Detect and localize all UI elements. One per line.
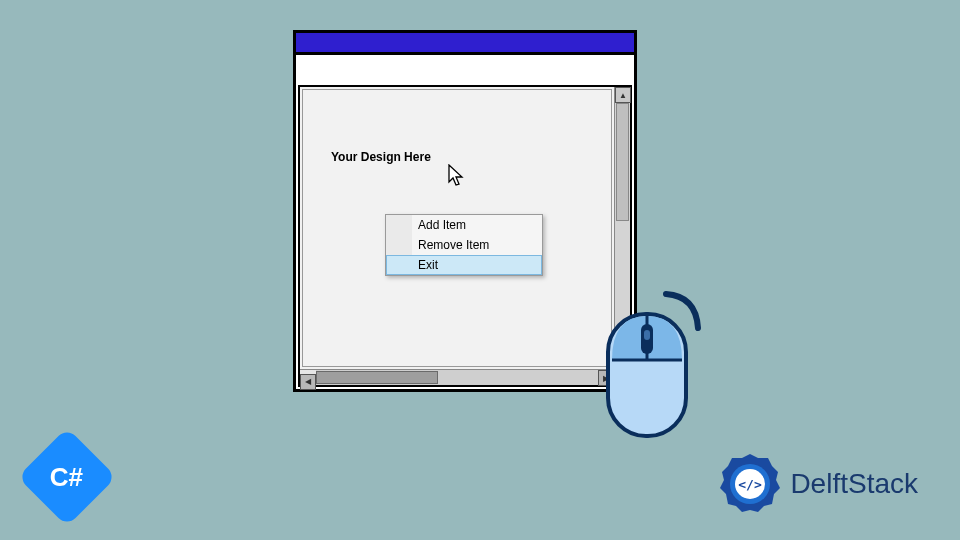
designer-window: Your Design Here Add Item Remove Item Ex… xyxy=(293,30,637,392)
scroll-up-button[interactable]: ▲ xyxy=(615,87,631,103)
menu-item-label: Exit xyxy=(418,258,438,272)
menu-item-label: Add Item xyxy=(418,218,466,232)
design-canvas[interactable]: Your Design Here Add Item Remove Item Ex… xyxy=(302,89,612,367)
menu-item-label: Remove Item xyxy=(418,238,489,252)
gear-icon: </> xyxy=(718,452,782,516)
svg-text:</>: </> xyxy=(739,477,763,492)
menubar xyxy=(296,55,634,83)
horizontal-scrollbar[interactable]: ◀ ▶ xyxy=(300,369,630,385)
titlebar[interactable] xyxy=(296,33,634,55)
context-menu: Add Item Remove Item Exit xyxy=(385,214,543,276)
csharp-label: C# xyxy=(50,462,83,493)
menu-item-remove[interactable]: Remove Item xyxy=(386,235,542,255)
delftstack-text: DelftStack xyxy=(790,468,918,500)
horizontal-scroll-thumb[interactable] xyxy=(316,371,438,384)
cursor-icon xyxy=(448,164,468,190)
menu-item-exit[interactable]: Exit xyxy=(386,255,542,275)
design-surface[interactable]: Your Design Here Add Item Remove Item Ex… xyxy=(298,85,632,387)
design-placeholder-label: Your Design Here xyxy=(331,150,431,164)
menu-item-add[interactable]: Add Item xyxy=(386,215,542,235)
horizontal-scroll-track[interactable] xyxy=(316,370,614,385)
delftstack-logo: </> DelftStack xyxy=(718,452,918,516)
scroll-left-button[interactable]: ◀ xyxy=(300,374,316,390)
svg-rect-3 xyxy=(644,330,650,340)
mouse-icon xyxy=(594,288,714,448)
vertical-scroll-thumb[interactable] xyxy=(616,103,629,221)
csharp-badge: C# xyxy=(18,428,117,527)
